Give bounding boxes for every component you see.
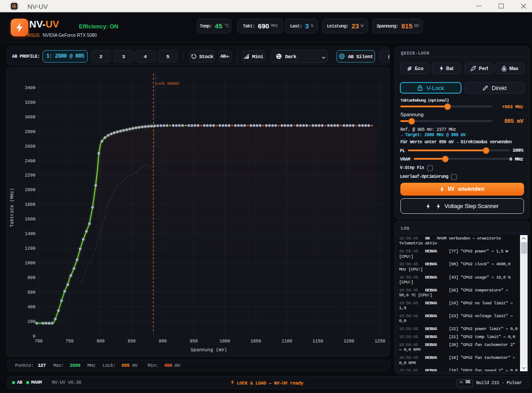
svg-text:1000: 1000 [219, 339, 230, 344]
svg-text:2400: 2400 [25, 159, 35, 164]
svg-text:1800: 1800 [25, 202, 35, 207]
svg-text:Lock 885mV: Lock 885mV [155, 81, 180, 86]
svg-text:Taktrate (MHz): Taktrate (MHz) [9, 188, 15, 227]
svg-text:3400: 3400 [25, 86, 35, 90]
svg-text:1000: 1000 [25, 261, 35, 266]
svg-text:950: 950 [190, 339, 198, 344]
svg-text:900: 900 [159, 339, 167, 344]
svg-text:1100: 1100 [282, 339, 292, 344]
svg-text:Spannung (mV): Spannung (mV) [191, 347, 227, 353]
svg-text:750: 750 [66, 339, 74, 344]
svg-text:0: 0 [33, 334, 35, 339]
svg-text:1250: 1250 [375, 339, 385, 344]
svg-text:200: 200 [27, 319, 35, 324]
svg-text:1200: 1200 [25, 246, 35, 251]
svg-text:800: 800 [97, 339, 105, 344]
svg-text:1400: 1400 [25, 232, 35, 236]
svg-text:1200: 1200 [344, 339, 354, 344]
svg-text:3000: 3000 [25, 115, 35, 120]
svg-text:1600: 1600 [25, 217, 35, 222]
svg-text:2600: 2600 [25, 144, 35, 149]
svg-text:600: 600 [27, 290, 35, 295]
svg-text:2800: 2800 [25, 130, 35, 134]
svg-text:1150: 1150 [313, 339, 323, 344]
svg-text:2000: 2000 [25, 188, 35, 193]
svg-text:850: 850 [128, 339, 136, 344]
svg-text:2200: 2200 [25, 173, 35, 178]
svg-text:400: 400 [27, 305, 35, 310]
svg-text:1050: 1050 [250, 339, 261, 344]
svg-text:700: 700 [35, 339, 43, 344]
svg-text:800: 800 [27, 275, 35, 280]
svg-text:3200: 3200 [25, 100, 35, 105]
